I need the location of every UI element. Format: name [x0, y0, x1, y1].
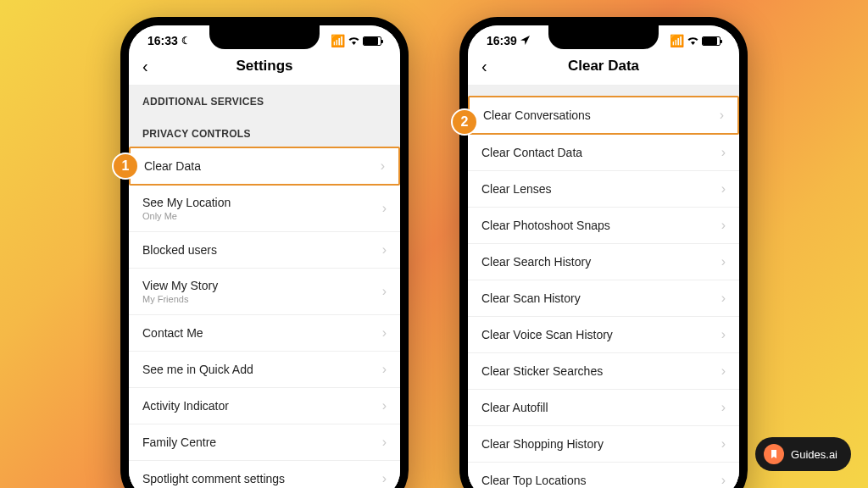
back-button[interactable]: ‹ — [481, 57, 487, 76]
item-blocked-users[interactable]: Blocked users › — [129, 232, 400, 269]
chevron-right-icon: › — [382, 435, 387, 450]
chevron-right-icon: › — [382, 471, 387, 486]
item-label: Activity Indicator — [142, 399, 229, 413]
location-icon — [520, 34, 530, 47]
chevron-right-icon: › — [721, 436, 726, 452]
wifi-icon — [348, 34, 360, 47]
item-clear-sticker[interactable]: Clear Sticker Searches › — [468, 353, 739, 390]
phone-screen-right: 16:39 📶 ‹ Clear Data — [468, 25, 739, 488]
chevron-right-icon: › — [382, 242, 387, 258]
battery-icon — [702, 36, 721, 46]
watermark-label: Guides.ai — [791, 448, 837, 461]
bookmark-icon — [764, 444, 784, 464]
item-label: Clear Conversations — [483, 108, 591, 122]
status-time: 16:33 — [147, 34, 178, 47]
item-label: Clear Sticker Searches — [481, 364, 603, 378]
item-label: Contact Me — [142, 326, 203, 340]
item-label: Clear Autofill — [481, 401, 548, 414]
item-label: Clear Voice Scan History — [481, 328, 613, 341]
item-label: Clear Lenses — [481, 182, 552, 196]
item-clear-scan-history[interactable]: Clear Scan History › — [468, 280, 739, 317]
item-label: Clear Data — [144, 159, 201, 173]
status-time: 16:39 — [487, 34, 517, 47]
status-left: 16:39 — [487, 34, 530, 47]
item-clear-contact-data[interactable]: Clear Contact Data › — [468, 135, 739, 171]
chevron-right-icon: › — [721, 473, 726, 488]
chevron-right-icon: › — [721, 363, 726, 379]
item-clear-top-locations[interactable]: Clear Top Locations › — [468, 463, 739, 488]
item-clear-autofill[interactable]: Clear Autofill › — [468, 390, 739, 426]
item-view-story[interactable]: View My Story My Friends › — [129, 269, 400, 315]
item-quick-add[interactable]: See me in Quick Add › — [129, 352, 400, 388]
item-family-centre[interactable]: Family Centre › — [129, 424, 400, 461]
clear-data-list: Clear Conversations › Clear Contact Data… — [468, 96, 739, 488]
wifi-icon — [687, 34, 699, 47]
item-label: Clear Contact Data — [481, 146, 582, 159]
phone-left: 1 16:33 ☾ 📶 ‹ Settings — [120, 17, 409, 488]
header: ‹ Clear Data — [468, 51, 739, 86]
item-sublabel: Only Me — [142, 211, 231, 221]
header: ‹ Settings — [129, 51, 400, 86]
chevron-right-icon: › — [721, 218, 726, 233]
chevron-right-icon: › — [721, 254, 726, 269]
item-label: Spotlight comment settings — [142, 472, 285, 485]
header-title: Settings — [142, 58, 387, 75]
item-clear-voice-scan[interactable]: Clear Voice Scan History › — [468, 317, 739, 353]
signal-icon: 📶 — [331, 34, 345, 47]
item-label: Clear Scan History — [481, 291, 581, 305]
back-button[interactable]: ‹ — [142, 57, 148, 76]
chevron-right-icon: › — [382, 284, 387, 299]
step-number-2: 2 — [461, 114, 469, 130]
section-header-additional: ADDITIONAL SERVICES — [129, 86, 400, 114]
status-right: 📶 — [331, 34, 381, 47]
item-label: Family Centre — [142, 435, 216, 449]
status-left: 16:33 ☾ — [147, 34, 191, 47]
chevron-right-icon: › — [721, 181, 726, 197]
item-label: See me in Quick Add — [142, 363, 253, 376]
chevron-right-icon: › — [721, 291, 726, 306]
section-header-privacy: PRIVACY CONTROLS — [129, 118, 400, 147]
chevron-right-icon: › — [382, 362, 387, 377]
moon-icon: ☾ — [181, 35, 191, 47]
chevron-right-icon: › — [721, 327, 726, 342]
item-clear-shopping[interactable]: Clear Shopping History › — [468, 426, 739, 463]
item-clear-data[interactable]: Clear Data › — [129, 147, 400, 186]
item-label: Clear Top Locations — [481, 474, 586, 487]
step-badge-2: 2 — [451, 108, 478, 136]
item-clear-photoshoot[interactable]: Clear Photoshoot Snaps › — [468, 208, 739, 244]
item-clear-conversations[interactable]: Clear Conversations › — [468, 96, 739, 135]
chevron-right-icon: › — [381, 158, 385, 174]
item-label: Clear Search History — [481, 255, 591, 269]
step-number-1: 1 — [122, 158, 130, 174]
watermark: Guides.ai — [755, 437, 851, 471]
item-spotlight-comments[interactable]: Spotlight comment settings › — [129, 461, 400, 488]
item-label: View My Story — [142, 279, 218, 292]
item-clear-search-history[interactable]: Clear Search History › — [468, 244, 739, 280]
notch — [548, 25, 659, 49]
header-title: Clear Data — [481, 58, 726, 75]
status-right: 📶 — [670, 34, 721, 47]
phones-container: 1 16:33 ☾ 📶 ‹ Settings — [0, 0, 868, 488]
item-label: Blocked users — [142, 243, 217, 257]
item-label: Clear Photoshoot Snaps — [481, 219, 610, 232]
item-activity-indicator[interactable]: Activity Indicator › — [129, 388, 400, 424]
phone-screen-left: 16:33 ☾ 📶 ‹ Settings ADDITIONAL SERVICES… — [129, 25, 400, 488]
notch — [209, 25, 320, 49]
chevron-right-icon: › — [382, 201, 387, 216]
phone-right: 2 16:39 📶 ‹ — [459, 17, 748, 488]
privacy-list: Clear Data › See My Location Only Me › B… — [129, 147, 400, 488]
chevron-right-icon: › — [382, 398, 387, 413]
chevron-right-icon: › — [721, 145, 726, 160]
item-clear-lenses[interactable]: Clear Lenses › — [468, 171, 739, 208]
item-see-location[interactable]: See My Location Only Me › — [129, 186, 400, 232]
item-contact-me[interactable]: Contact Me › — [129, 315, 400, 352]
chevron-right-icon: › — [382, 325, 387, 341]
content[interactable]: ADDITIONAL SERVICES PRIVACY CONTROLS Cle… — [129, 86, 400, 488]
item-label: See My Location — [142, 196, 231, 209]
content[interactable]: Clear Conversations › Clear Contact Data… — [468, 86, 739, 488]
chevron-right-icon: › — [720, 108, 724, 123]
item-label: Clear Shopping History — [481, 437, 604, 451]
step-badge-1: 1 — [112, 152, 139, 180]
chevron-right-icon: › — [721, 400, 726, 415]
item-sublabel: My Friends — [142, 294, 218, 304]
